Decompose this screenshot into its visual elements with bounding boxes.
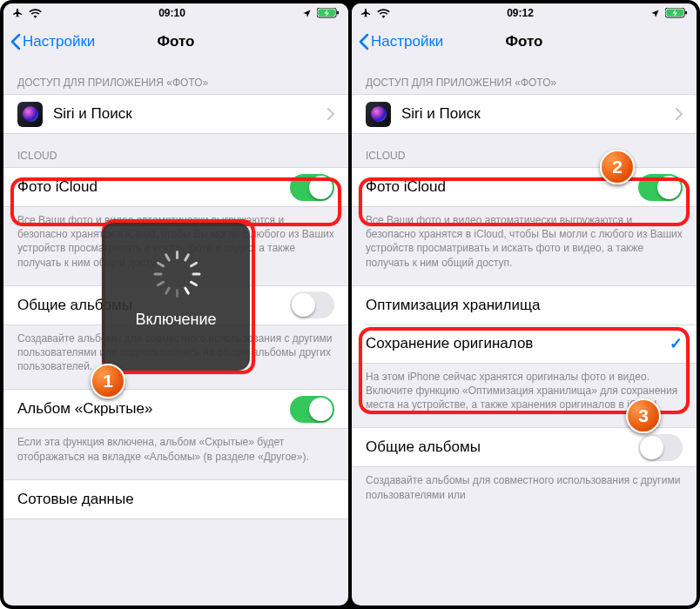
shared-footer: Создавайте альбомы для совместного испол…	[352, 467, 697, 501]
keep-orig-label: Сохранение оригиналов	[366, 335, 670, 352]
battery-icon	[317, 8, 340, 18]
cellular-label: Сотовые данные	[17, 491, 334, 508]
hidden-footer: Если эта функция включена, альбом «Скрыт…	[3, 429, 348, 463]
phone-left: 09:10 Настройки Фото ДОСТУП ДЛЯ ПРИЛОЖЕН…	[3, 3, 348, 606]
back-label: Настройки	[23, 33, 95, 50]
siri-icon	[366, 102, 391, 127]
row-cellular[interactable]: Сотовые данные	[3, 480, 348, 519]
chevron-right-icon	[327, 108, 334, 120]
hidden-label: Альбом «Скрытые»	[17, 400, 290, 418]
svg-rect-2	[337, 11, 339, 15]
back-button[interactable]: Настройки	[10, 33, 95, 50]
overlay-text: Включение	[135, 311, 216, 329]
row-optimize-storage[interactable]: Оптимизация хранилища	[352, 286, 697, 325]
spinner-icon	[161, 265, 191, 295]
section-header-icloud: ICLOUD	[3, 134, 348, 167]
row-shared-albums[interactable]: Общие альбомы	[352, 428, 697, 466]
status-bar: 09:10	[3, 3, 348, 23]
row-icloud-photo[interactable]: Фото iCloud	[352, 168, 697, 206]
siri-icon	[17, 102, 43, 127]
row-icloud-photo[interactable]: Фото iCloud	[3, 168, 348, 206]
section-header-app: ДОСТУП ДЛЯ ПРИЛОЖЕНИЯ «ФОТО»	[3, 61, 348, 94]
badge-1: 1	[91, 364, 125, 398]
airplane-icon	[360, 8, 372, 18]
chevron-left-icon	[10, 33, 21, 50]
optimize-label: Оптимизация хранилища	[366, 297, 683, 314]
toggle-icloud-photo[interactable]	[638, 174, 683, 201]
content: ДОСТУП ДЛЯ ПРИЛОЖЕНИЯ «ФОТО» Siri и Поис…	[352, 61, 697, 606]
location-icon	[302, 9, 312, 18]
row-siri-search[interactable]: Siri и Поиск	[3, 95, 348, 133]
nav-bar: Настройки Фото	[352, 23, 697, 61]
chevron-left-icon	[359, 33, 369, 50]
badge-3: 3	[626, 398, 661, 433]
location-icon	[650, 9, 660, 18]
icloud-photo-label: Фото iCloud	[17, 178, 290, 196]
section-header-icloud: ICLOUD	[352, 134, 697, 167]
toggle-shared[interactable]	[638, 434, 683, 461]
shared-label: Общие альбомы	[366, 438, 638, 456]
checkmark-icon: ✓	[670, 334, 683, 353]
wifi-icon	[29, 9, 42, 18]
toggle-icloud-photo[interactable]	[290, 174, 334, 201]
toggle-shared[interactable]	[290, 291, 334, 318]
wifi-icon	[377, 9, 390, 18]
svg-rect-5	[685, 11, 687, 15]
toggle-hidden[interactable]	[290, 396, 334, 423]
battery-icon	[665, 8, 688, 18]
back-label: Настройки	[371, 33, 443, 50]
badge-2: 2	[600, 150, 635, 184]
status-bar: 09:12	[352, 3, 697, 23]
loading-overlay: Включение	[102, 223, 250, 371]
back-button[interactable]: Настройки	[359, 33, 443, 50]
section-header-app: ДОСТУП ДЛЯ ПРИЛОЖЕНИЯ «ФОТО»	[352, 61, 697, 94]
icloud-photo-label: Фото iCloud	[366, 178, 638, 196]
status-time: 09:10	[158, 7, 185, 19]
icloud-footer: Все Ваши фото и видео автоматически выгр…	[352, 207, 697, 270]
siri-label: Siri и Поиск	[401, 105, 676, 123]
nav-bar: Настройки Фото	[3, 23, 348, 61]
chevron-right-icon	[676, 108, 683, 120]
row-keep-originals[interactable]: Сохранение оригиналов ✓	[352, 325, 697, 363]
siri-label: Siri и Поиск	[53, 105, 327, 123]
status-time: 09:12	[507, 7, 534, 19]
phone-right: 09:12 Настройки Фото ДОСТУП ДЛЯ ПРИЛОЖЕН…	[352, 3, 697, 606]
row-siri-search[interactable]: Siri и Поиск	[352, 95, 697, 133]
row-hidden-album[interactable]: Альбом «Скрытые»	[3, 390, 348, 428]
airplane-icon	[12, 8, 24, 18]
